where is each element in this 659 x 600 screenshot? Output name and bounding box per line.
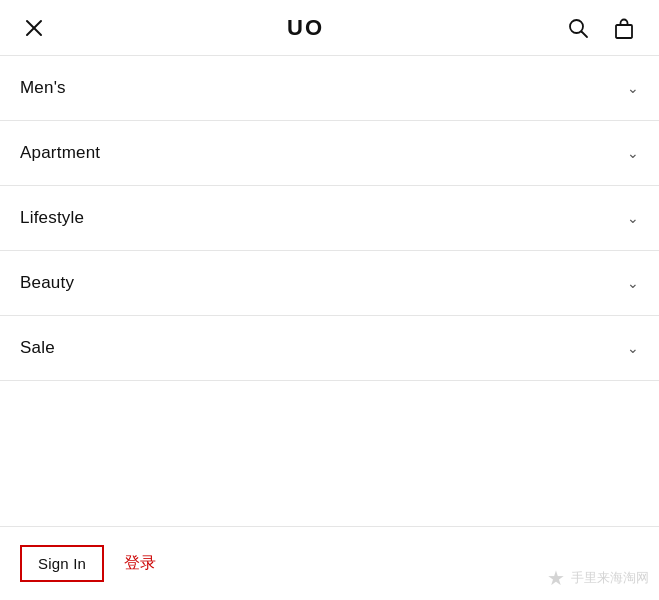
sign-in-button[interactable]: Sign In [20,545,104,582]
svg-line-3 [582,31,588,37]
brand-logo[interactable]: UO [48,15,563,41]
header: UO [0,0,659,56]
nav-item-sale[interactable]: Sale ⌄ [0,316,659,381]
close-button[interactable] [20,14,48,42]
nav-item-lifestyle[interactable]: Lifestyle ⌄ [0,186,659,251]
chevron-down-icon: ⌄ [627,80,639,96]
nav-item-mens[interactable]: Men's ⌄ [0,56,659,121]
chevron-down-icon: ⌄ [627,340,639,356]
chevron-down-icon: ⌄ [627,145,639,161]
chevron-down-icon: ⌄ [627,275,639,291]
header-left [20,14,48,42]
watermark-star-icon: ★ [547,566,565,590]
svg-rect-4 [616,25,632,38]
nav-label-mens: Men's [20,78,66,98]
sign-in-chinese-label: 登录 [124,553,156,574]
watermark-text: 手里来海淘网 [571,569,649,587]
footer: Sign In 登录 ★ 手里来海淘网 [0,526,659,600]
chevron-down-icon: ⌄ [627,210,639,226]
nav-item-apartment[interactable]: Apartment ⌄ [0,121,659,186]
nav-label-beauty: Beauty [20,273,74,293]
nav-item-beauty[interactable]: Beauty ⌄ [0,251,659,316]
main-nav: Men's ⌄ Apartment ⌄ Lifestyle ⌄ Beauty ⌄… [0,56,659,381]
bag-button[interactable] [609,13,639,43]
watermark: ★ 手里来海淘网 [547,566,649,590]
search-button[interactable] [563,13,593,43]
nav-label-lifestyle: Lifestyle [20,208,84,228]
nav-label-sale: Sale [20,338,55,358]
nav-label-apartment: Apartment [20,143,100,163]
header-right [563,13,639,43]
nav-list: Men's ⌄ Apartment ⌄ Lifestyle ⌄ Beauty ⌄… [0,56,659,381]
